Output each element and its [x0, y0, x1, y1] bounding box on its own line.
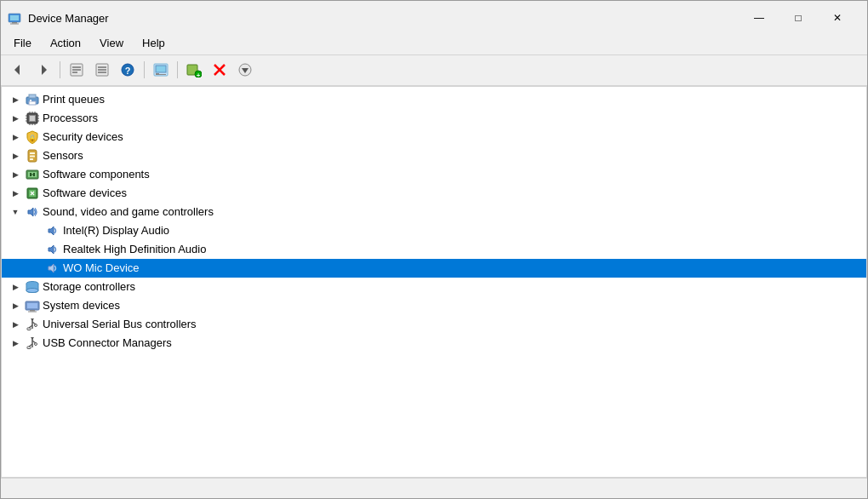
- svg-rect-28: [29, 95, 36, 98]
- svg-rect-65: [28, 311, 37, 312]
- minimize-button[interactable]: —: [740, 5, 779, 31]
- tree-item-sensors[interactable]: ▶ Sensors: [2, 146, 866, 165]
- expander-usb-controllers[interactable]: ▶: [9, 318, 22, 331]
- title-bar-left: Device Manager: [8, 11, 109, 25]
- toolbar-separator-2: [144, 61, 145, 78]
- svg-rect-54: [33, 173, 35, 176]
- print-queues-icon: [25, 92, 40, 107]
- svg-text:🔒: 🔒: [28, 133, 37, 141]
- expander-sensors[interactable]: ▶: [9, 149, 22, 163]
- expander-storage-controllers[interactable]: ▶: [9, 280, 22, 294]
- expander-system-devices[interactable]: ▶: [9, 299, 22, 313]
- svg-rect-64: [30, 310, 35, 312]
- window-controls: — □ ✕: [740, 5, 857, 31]
- tree-item-realtek-audio[interactable]: ▶ Realtek High Definition Audio: [2, 240, 866, 259]
- usb-connector-label: USB Connector Managers: [43, 336, 172, 349]
- expander-software-devices[interactable]: ▶: [9, 186, 22, 200]
- tree-item-wo-mic[interactable]: ▶ WO Mic Device: [2, 259, 866, 278]
- add-driver-button[interactable]: +: [182, 59, 206, 81]
- toolbar-separator-1: [60, 61, 60, 78]
- tree-item-processors[interactable]: ▶ Processors: [2, 109, 866, 128]
- intel-audio-label: Intel(R) Display Audio: [63, 224, 169, 237]
- device-tree[interactable]: ▶ Print queues ▶: [2, 87, 866, 477]
- properties-button[interactable]: [65, 59, 89, 81]
- tree-item-intel-audio[interactable]: ▶ Intel(R) Display Audio: [2, 221, 866, 240]
- toolbar: ? +: [1, 55, 867, 86]
- svg-rect-71: [27, 328, 31, 330]
- svg-text:+: +: [197, 72, 201, 78]
- storage-controllers-icon: [25, 279, 40, 295]
- print-queues-label: Print queues: [43, 93, 105, 106]
- svg-text:?: ?: [125, 66, 131, 76]
- svg-rect-29: [29, 101, 36, 105]
- svg-rect-19: [159, 74, 166, 75]
- expander-processors[interactable]: ▶: [9, 112, 22, 125]
- tree-item-security-devices[interactable]: ▶ 🔒 Security devices: [2, 128, 866, 146]
- expander-software-components[interactable]: ▶: [9, 168, 22, 181]
- view-detail-button[interactable]: [149, 59, 173, 81]
- sensors-icon: [25, 148, 40, 163]
- status-bar: [1, 478, 867, 498]
- menu-item-file[interactable]: File: [4, 33, 41, 53]
- menu-bar: FileActionViewHelp: [1, 32, 867, 55]
- back-button[interactable]: [6, 59, 30, 81]
- tree-item-storage-controllers[interactable]: ▶ Storage controllers: [2, 278, 866, 296]
- tree-item-usb-connector[interactable]: ▶ USB Connector Managers: [2, 334, 866, 353]
- maximize-button[interactable]: □: [779, 5, 818, 31]
- svg-marker-73: [31, 337, 34, 340]
- sensors-label: Sensors: [43, 149, 83, 162]
- expander-sound-video[interactable]: ▼: [9, 205, 22, 219]
- usb-controllers-icon: [25, 317, 40, 332]
- menu-item-help[interactable]: Help: [133, 33, 174, 53]
- expander-usb-connector[interactable]: ▶: [9, 336, 22, 350]
- main-content-area: ▶ Print queues ▶: [1, 86, 867, 478]
- svg-rect-30: [30, 100, 31, 101]
- scan-button[interactable]: [233, 59, 257, 81]
- expander-security-devices[interactable]: ▶: [9, 130, 22, 144]
- sound-video-icon: [25, 204, 40, 220]
- svg-rect-77: [27, 347, 31, 349]
- help-button[interactable]: ?: [116, 59, 140, 81]
- storage-controllers-label: Storage controllers: [43, 280, 135, 293]
- forward-button[interactable]: [31, 59, 55, 81]
- security-devices-label: Security devices: [43, 130, 123, 143]
- security-devices-icon: 🔒: [25, 129, 40, 145]
- svg-rect-48: [30, 152, 35, 154]
- svg-rect-18: [156, 73, 159, 75]
- realtek-audio-label: Realtek High Definition Audio: [63, 243, 206, 255]
- software-components-label: Software components: [43, 168, 150, 181]
- remove-button[interactable]: [208, 59, 231, 81]
- system-devices-icon: [25, 298, 40, 313]
- tree-item-sound-video[interactable]: ▼ Sound, video and game controllers: [2, 203, 866, 221]
- svg-marker-5: [42, 65, 47, 75]
- svg-rect-49: [30, 155, 35, 157]
- svg-point-69: [35, 324, 37, 326]
- sound-video-label: Sound, video and game controllers: [43, 205, 214, 218]
- svg-rect-1: [10, 15, 19, 20]
- menu-item-view[interactable]: View: [90, 33, 133, 53]
- system-devices-label: System devices: [43, 299, 120, 312]
- tree-item-print-queues[interactable]: ▶ Print queues: [2, 90, 866, 109]
- close-button[interactable]: ✕: [818, 5, 857, 31]
- svg-rect-53: [30, 173, 31, 176]
- tree-item-usb-controllers[interactable]: ▶ Universal Serial Bus controllers: [2, 315, 866, 334]
- device-manager-window: Device Manager — □ ✕ FileActionViewHelp: [0, 0, 868, 499]
- svg-rect-33: [30, 116, 35, 121]
- software-devices-label: Software devices: [43, 186, 127, 199]
- svg-rect-63: [27, 303, 37, 308]
- expander-print-queues[interactable]: ▶: [9, 93, 22, 106]
- software-components-icon: [25, 167, 40, 182]
- processors-icon: [25, 111, 40, 126]
- title-bar: Device Manager — □ ✕: [1, 1, 867, 32]
- svg-rect-2: [12, 22, 17, 24]
- tree-item-software-devices[interactable]: ▶ Software devices: [2, 184, 866, 203]
- svg-rect-50: [30, 158, 33, 160]
- tree-item-software-components[interactable]: ▶ Software components: [2, 165, 866, 184]
- update-driver-button[interactable]: [90, 59, 114, 81]
- menu-item-action[interactable]: Action: [41, 33, 90, 53]
- wo-mic-icon: [45, 261, 60, 276]
- realtek-audio-icon: [45, 242, 60, 257]
- svg-rect-17: [156, 66, 166, 72]
- tree-item-system-devices[interactable]: ▶ System devices: [2, 296, 866, 315]
- processors-label: Processors: [43, 112, 98, 124]
